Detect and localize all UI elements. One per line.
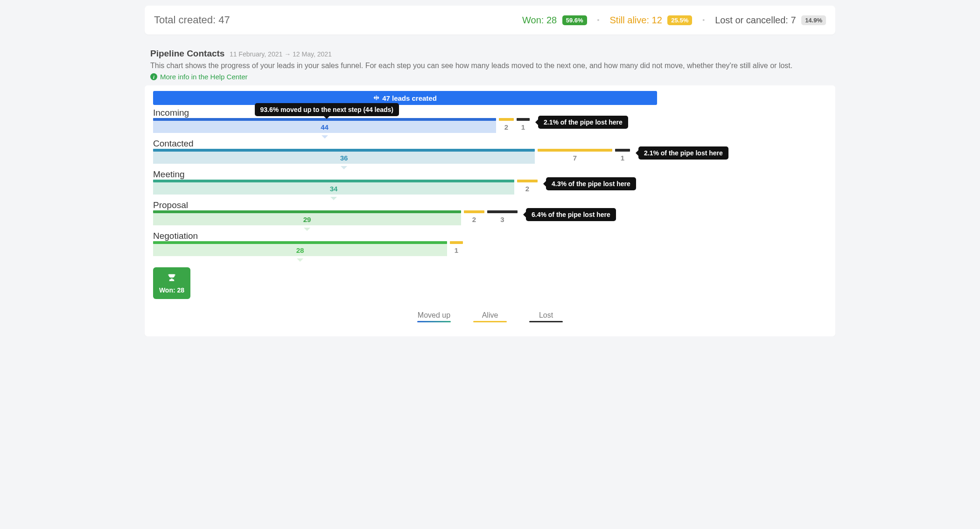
- legend-alive-label: Alive: [482, 311, 498, 320]
- lost-value: 1: [517, 121, 530, 133]
- stage-contacted: Contacted36712.1% of the pipe lost here: [153, 139, 827, 167]
- legend-moved-label: Moved up: [418, 311, 450, 320]
- moved-pointer-icon: [330, 197, 337, 200]
- help-link-text: More info in the Help Center: [160, 73, 248, 81]
- stage-label: Proposal: [153, 200, 827, 210]
- stage-incoming: Incoming44212.1% of the pipe lost here93…: [153, 108, 827, 136]
- lost-tooltip: 2.1% of the pipe lost here: [638, 146, 728, 160]
- summary-card: Total created: 47 Won: 28 59.6% • Still …: [145, 6, 835, 35]
- moved-value: 44: [153, 121, 496, 133]
- lost-pct-badge: 14.9%: [801, 15, 826, 25]
- date-from: 11 February, 2021: [230, 50, 282, 58]
- lost-tooltip: 4.3% of the pipe lost here: [546, 177, 636, 190]
- alive-value: 2: [499, 121, 514, 133]
- stage-proposal: Proposal29236.4% of the pipe lost here: [153, 200, 827, 228]
- date-to: 12 May, 2021: [293, 50, 332, 58]
- funnel-chart-card: 47 leads created Incoming44212.1% of the…: [145, 85, 835, 336]
- help-center-link[interactable]: i More info in the Help Center: [150, 73, 248, 81]
- stage-label: Meeting: [153, 169, 827, 180]
- lost-tooltip: 2.1% of the pipe lost here: [538, 116, 628, 129]
- stage-bars: 4421: [153, 118, 827, 136]
- legend-lost-label: Lost: [539, 311, 553, 320]
- alive-value: 2: [517, 182, 538, 195]
- won-box-label: Won: 28: [159, 286, 184, 294]
- moved-tooltip: 93.6% moved up to the next step (44 lead…: [255, 103, 399, 116]
- summary-stats: Won: 28 59.6% • Still alive: 12 25.5% • …: [522, 15, 826, 26]
- legend-lost-line: [529, 321, 563, 322]
- won-pct-badge: 59.6%: [562, 15, 587, 25]
- trophy-icon: [167, 273, 177, 285]
- moved-pointer-icon: [341, 166, 347, 169]
- lost-value: 1: [615, 152, 630, 164]
- expand-icon: [373, 94, 379, 102]
- legend-alive[interactable]: Alive: [473, 311, 507, 322]
- legend-moved-line: [417, 321, 451, 322]
- stage-label: Incoming: [153, 108, 827, 118]
- stage-negotiation: Negotiation281: [153, 231, 827, 259]
- moved-value: 28: [153, 244, 447, 256]
- chart-title: Pipeline Contacts: [150, 49, 224, 58]
- legend-alive-line: [473, 321, 507, 322]
- moved-pointer-icon: [322, 135, 328, 139]
- alive-value: 1: [450, 244, 463, 256]
- legend-lost[interactable]: Lost: [529, 311, 563, 322]
- legend: Moved up Alive Lost: [153, 311, 827, 322]
- total-created: Total created: 47: [154, 14, 230, 26]
- created-label: 47 leads created: [382, 94, 437, 102]
- moved-value: 34: [153, 182, 514, 195]
- alive-label: Still alive: 12: [610, 15, 662, 25]
- chart-description: This chart shows the progress of your le…: [150, 61, 830, 71]
- lost-stat: Lost or cancelled: 7 14.9%: [715, 15, 826, 26]
- moved-value: 29: [153, 213, 461, 225]
- alive-value: 2: [464, 213, 484, 225]
- stage-bars: 342: [153, 180, 827, 197]
- alive-stat: Still alive: 12 25.5%: [610, 15, 693, 26]
- chart-header: Pipeline Contacts 11 February, 2021 → 12…: [150, 49, 830, 81]
- moved-value: 36: [153, 152, 535, 164]
- moved-pointer-icon: [297, 258, 303, 262]
- chart-date-range: 11 February, 2021 → 12 May, 2021: [230, 50, 332, 58]
- stage-label: Negotiation: [153, 231, 827, 241]
- stage-bars: 2923: [153, 210, 827, 228]
- won-stat: Won: 28 59.6%: [522, 15, 587, 26]
- lost-value: 3: [487, 213, 518, 225]
- legend-moved[interactable]: Moved up: [417, 311, 451, 322]
- moved-pointer-icon: [304, 228, 310, 231]
- separator-dot: •: [597, 16, 600, 24]
- alive-pct-badge: 25.5%: [667, 15, 692, 25]
- lost-tooltip: 6.4% of the pipe lost here: [526, 208, 616, 221]
- info-icon: i: [150, 73, 157, 80]
- lost-label: Lost or cancelled: 7: [715, 15, 796, 25]
- won-label: Won: 28: [522, 15, 557, 25]
- separator-dot: •: [702, 16, 705, 24]
- stage-meeting: Meeting3424.3% of the pipe lost here: [153, 169, 827, 197]
- alive-value: 7: [538, 152, 612, 164]
- won-box[interactable]: Won: 28: [153, 267, 190, 299]
- stage-bars: 281: [153, 241, 827, 259]
- funnel-wrap: 47 leads created: [153, 91, 657, 105]
- leads-created-bar[interactable]: 47 leads created: [153, 91, 657, 105]
